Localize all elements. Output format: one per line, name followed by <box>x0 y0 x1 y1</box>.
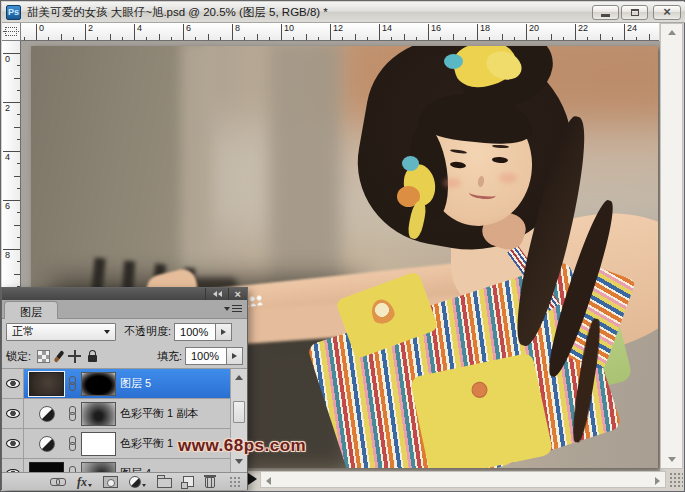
panel-menu-button[interactable] <box>224 305 242 312</box>
fill-label: 填充: <box>157 349 182 364</box>
chevron-down-icon <box>104 330 110 334</box>
scroll-up-icon[interactable] <box>235 375 243 380</box>
visibility-toggle[interactable] <box>2 399 24 428</box>
blend-opacity-row: 正常 不透明度: 100% <box>2 319 247 344</box>
mask-link-icon[interactable] <box>68 406 77 422</box>
mask-link-icon[interactable] <box>68 466 77 473</box>
adjustment-layer-icon[interactable] <box>39 436 55 452</box>
visibility-toggle[interactable] <box>2 369 24 398</box>
panel-collapse-button[interactable] <box>205 288 228 300</box>
minimize-icon <box>601 14 610 17</box>
horizontal-ruler[interactable]: 024681012141618202224 <box>21 23 659 41</box>
visibility-toggle[interactable] <box>2 429 24 458</box>
girl-blush-right <box>499 173 517 183</box>
lock-position-icon[interactable] <box>68 350 81 363</box>
scroll-up-icon[interactable] <box>668 30 676 35</box>
photoshop-window: Ps 甜美可爱的女孩 大眼仔~旭.psd @ 20.5% (图层 5, RGB/… <box>0 0 685 492</box>
fx-menu-triangle-icon <box>88 484 92 487</box>
layers-panel-toolbar: fx <box>2 472 247 490</box>
layers-panel: × 图层 正常 不透明度: 100% 锁定: <box>1 287 248 490</box>
fill-input[interactable]: 100% <box>185 347 227 365</box>
lock-label: 锁定: <box>6 349 31 364</box>
girl-bow-top-blue <box>444 54 463 69</box>
eye-icon <box>6 409 20 418</box>
adjustment-circle-icon <box>129 476 141 488</box>
layer-mask-thumbnail[interactable] <box>81 432 116 456</box>
layer-name[interactable]: 图层 4 <box>120 466 151 472</box>
add-layer-mask-icon[interactable] <box>103 476 118 488</box>
new-group-folder-icon[interactable] <box>157 478 172 488</box>
panel-close-icon: × <box>235 289 241 299</box>
eye-icon <box>6 469 20 472</box>
collapse-left-icon <box>213 291 217 297</box>
layer-mask-thumbnail[interactable] <box>81 372 116 396</box>
lock-fill-row: 锁定: 填充: 100% <box>2 344 247 369</box>
ruler-origin-icon <box>5 27 17 36</box>
title-bar[interactable]: Ps 甜美可爱的女孩 大眼仔~旭.psd @ 20.5% (图层 5, RGB/… <box>2 2 685 23</box>
minimize-button[interactable] <box>592 5 619 20</box>
opacity-label: 不透明度: <box>124 324 171 339</box>
restore-icon <box>631 9 639 16</box>
panel-menu-lines-icon <box>232 305 242 312</box>
panel-drag-bar[interactable]: × <box>2 288 247 300</box>
girl-blush-left <box>443 178 461 188</box>
layer-name[interactable]: 色彩平衡 1 副本 <box>120 406 198 421</box>
status-bar-menu-icon[interactable] <box>248 473 257 485</box>
link-layers-icon[interactable] <box>50 478 66 486</box>
mask-link-icon[interactable] <box>68 376 77 392</box>
layer-row-4[interactable]: 图层 4 <box>2 459 247 472</box>
scroll-down-icon[interactable] <box>668 457 676 462</box>
scroll-left-icon[interactable] <box>266 477 271 485</box>
mask-link-icon[interactable] <box>68 436 77 452</box>
eye-icon <box>6 379 20 388</box>
scrollbar-thumb[interactable] <box>233 401 245 423</box>
visibility-toggle[interactable] <box>2 459 24 472</box>
scroll-right-icon[interactable] <box>655 477 660 485</box>
layer-thumbnail[interactable] <box>29 372 64 396</box>
layer-row-color-balance-copy[interactable]: 色彩平衡 1 副本 <box>2 399 247 429</box>
collapse-left-icon <box>218 291 222 297</box>
layer-list-scrollbar[interactable] <box>230 369 247 472</box>
adjustment-menu-triangle-icon <box>142 484 146 487</box>
fill-slider-button[interactable] <box>227 347 243 365</box>
eye-icon <box>6 439 20 448</box>
lock-all-padlock-icon[interactable] <box>88 355 97 362</box>
panel-resize-grip[interactable] <box>228 475 241 488</box>
lock-icons-group <box>37 350 97 363</box>
layer-mask-thumbnail[interactable] <box>81 402 116 426</box>
blend-mode-value: 正常 <box>12 324 34 339</box>
scroll-down-icon[interactable] <box>235 459 243 464</box>
close-button[interactable]: × <box>653 5 681 20</box>
ruler-origin-box[interactable] <box>2 23 21 41</box>
site-watermark: www.68ps.com <box>178 436 306 456</box>
lock-transparency-icon[interactable] <box>37 350 50 363</box>
girl-bow-side-blue <box>402 156 419 171</box>
panel-close-button[interactable]: × <box>228 288 247 300</box>
layer-list: 图层 5 色彩平衡 1 副本 色彩平衡 1 <box>2 369 247 472</box>
slider-arrow-icon <box>221 329 226 335</box>
close-icon: × <box>663 7 671 17</box>
panel-tab-bar: 图层 <box>2 300 247 319</box>
adjustment-layer-icon[interactable] <box>39 406 55 422</box>
vertical-scrollbar[interactable] <box>660 23 683 469</box>
horizontal-scrollbar[interactable] <box>260 471 666 488</box>
new-layer-icon[interactable] <box>183 476 194 487</box>
new-adjustment-layer-icon[interactable] <box>129 476 146 488</box>
restore-button[interactable] <box>621 5 648 20</box>
delete-layer-trash-icon[interactable] <box>205 477 215 488</box>
slider-arrow-icon <box>232 353 237 359</box>
lock-pixels-brush-icon[interactable] <box>53 350 64 363</box>
layer-mask-thumbnail[interactable] <box>81 462 116 473</box>
layer-style-fx-icon[interactable]: fx <box>77 476 92 488</box>
layer-row-5[interactable]: 图层 5 <box>2 369 247 399</box>
photoshop-app-icon: Ps <box>6 5 21 20</box>
opacity-input[interactable]: 100% <box>174 323 216 341</box>
layer-thumbnail[interactable] <box>29 462 64 473</box>
window-title: 甜美可爱的女孩 大眼仔~旭.psd @ 20.5% (图层 5, RGB/8) … <box>27 5 590 20</box>
window-resize-grip[interactable] <box>668 471 683 487</box>
tab-layers[interactable]: 图层 <box>4 301 58 319</box>
layer-name[interactable]: 图层 5 <box>120 376 151 391</box>
layer-name[interactable]: 色彩平衡 1 <box>120 436 173 451</box>
opacity-slider-button[interactable] <box>216 323 232 341</box>
blend-mode-select[interactable]: 正常 <box>6 323 116 341</box>
